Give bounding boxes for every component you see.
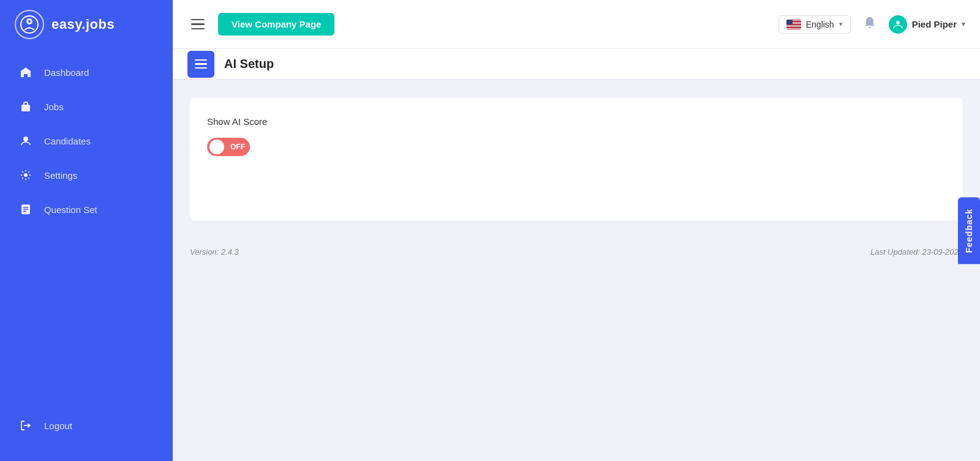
hamburger-button[interactable] bbox=[187, 15, 208, 34]
jobs-icon bbox=[17, 98, 34, 115]
page-title: AI Setup bbox=[224, 57, 274, 71]
sidebar-nav: Dashboard Jobs Candidates bbox=[0, 49, 173, 396]
content-footer: Version: 2.4.3 Last Updated: 23-09-2020 bbox=[173, 239, 980, 265]
company-name: Pied Piper bbox=[912, 19, 957, 29]
sidebar-item-label-dashboard: Dashboard bbox=[44, 67, 89, 78]
sidebar-item-label-candidates: Candidates bbox=[44, 136, 91, 146]
content-card: Show AI Score OFF bbox=[190, 98, 963, 220]
sidebar-bottom: Logout bbox=[0, 396, 173, 461]
svg-point-2 bbox=[28, 20, 31, 23]
home-icon bbox=[17, 64, 34, 81]
view-company-button[interactable]: View Company Page bbox=[218, 13, 334, 36]
page-title-icon bbox=[187, 51, 214, 78]
menu-lines-icon bbox=[190, 54, 212, 74]
flag-icon bbox=[786, 20, 801, 29]
sidebar-item-label-settings: Settings bbox=[44, 170, 77, 181]
logo-icon bbox=[15, 10, 44, 39]
content-area: AI Setup Show AI Score OFF Version: 2. bbox=[173, 49, 980, 461]
sidebar: easy.jobs Dashboard Jobs bbox=[0, 0, 173, 461]
sidebar-item-dashboard[interactable]: Dashboard bbox=[0, 55, 173, 89]
logout-label: Logout bbox=[44, 421, 72, 431]
sidebar-item-candidates[interactable]: Candidates bbox=[0, 124, 173, 158]
sidebar-item-label-jobs: Jobs bbox=[44, 102, 64, 112]
page-title-section: AI Setup bbox=[173, 49, 288, 79]
hamburger-line-2 bbox=[191, 23, 205, 25]
language-selector[interactable]: English ▾ bbox=[778, 15, 851, 34]
main-content: Show AI Score OFF bbox=[173, 80, 980, 239]
toggle-state-label: OFF bbox=[230, 143, 245, 151]
hamburger-line-3 bbox=[191, 28, 205, 30]
page-header-bar: AI Setup bbox=[173, 49, 980, 80]
main-wrapper: View Company Page English ▾ bbox=[173, 0, 980, 461]
hamburger-line-1 bbox=[191, 19, 205, 21]
language-name: English bbox=[806, 20, 834, 29]
sidebar-item-question-set[interactable]: Question Set bbox=[0, 192, 173, 227]
company-logo bbox=[889, 15, 907, 34]
language-chevron-icon: ▾ bbox=[839, 20, 843, 28]
ai-score-toggle[interactable]: OFF bbox=[207, 138, 250, 156]
header: View Company Page English ▾ bbox=[173, 0, 980, 49]
svg-point-4 bbox=[23, 137, 28, 141]
sidebar-item-jobs[interactable]: Jobs bbox=[0, 89, 173, 124]
notification-bell-icon[interactable] bbox=[863, 16, 876, 32]
candidates-icon bbox=[17, 132, 34, 149]
show-ai-score-label: Show AI Score bbox=[207, 116, 946, 127]
svg-point-12 bbox=[896, 21, 900, 24]
feedback-tab[interactable]: Feedback bbox=[958, 197, 980, 264]
icon-line-1 bbox=[195, 59, 207, 61]
logo-text: easy.jobs bbox=[51, 17, 115, 32]
question-set-icon bbox=[17, 201, 34, 218]
settings-icon bbox=[17, 167, 34, 184]
last-updated-text: Last Updated: 23-09-2020 bbox=[870, 247, 963, 257]
toggle-wrapper: OFF bbox=[207, 138, 946, 156]
svg-point-5 bbox=[24, 173, 28, 177]
logout-button[interactable]: Logout bbox=[0, 408, 173, 443]
logo: easy.jobs bbox=[0, 0, 173, 49]
sidebar-item-label-question-set: Question Set bbox=[44, 204, 97, 215]
icon-line-2 bbox=[195, 63, 207, 65]
svg-rect-3 bbox=[21, 105, 30, 111]
header-right: English ▾ Pied Piper ▾ bbox=[778, 15, 965, 34]
icon-line-3 bbox=[195, 67, 207, 69]
sidebar-item-settings[interactable]: Settings bbox=[0, 158, 173, 192]
version-text: Version: 2.4.3 bbox=[190, 247, 239, 257]
company-selector[interactable]: Pied Piper ▾ bbox=[889, 15, 965, 34]
logout-icon bbox=[17, 417, 34, 434]
company-chevron-icon: ▾ bbox=[962, 20, 965, 28]
toggle-track: OFF bbox=[207, 138, 250, 156]
toggle-thumb bbox=[209, 140, 224, 154]
